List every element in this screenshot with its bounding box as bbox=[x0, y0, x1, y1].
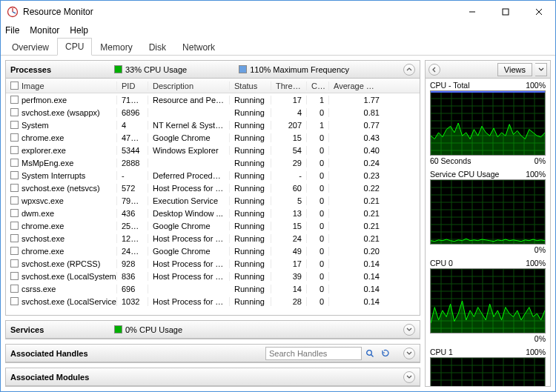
row-checkbox[interactable] bbox=[10, 272, 19, 280]
graph-title: CPU 1 bbox=[430, 348, 453, 356]
cpu-usage-swatch bbox=[114, 65, 122, 73]
table-row[interactable]: svchost.exe (RPCSS)928Host Process for W… bbox=[6, 257, 420, 270]
table-row[interactable]: explorer.exe5344Windows ExplorerRunning5… bbox=[6, 144, 420, 156]
processes-column-header[interactable]: Image PID Description Status Threads CPU… bbox=[6, 79, 420, 93]
minimize-button[interactable] bbox=[455, 1, 489, 22]
cell-pid: 24584 bbox=[117, 247, 148, 256]
cell-pid: 71112 bbox=[117, 96, 148, 104]
refresh-icon[interactable] bbox=[378, 347, 391, 360]
table-row[interactable]: dwm.exe436Desktop Window ...Running1300.… bbox=[6, 207, 420, 219]
cell-cpu: 0 bbox=[307, 272, 329, 281]
table-row[interactable]: svchost.exe (LocalSystem...836Host Proce… bbox=[6, 270, 420, 282]
processes-rows[interactable]: perfmon.exe71112Resource and Perf...Runn… bbox=[6, 93, 420, 315]
row-checkbox[interactable] bbox=[10, 222, 19, 230]
processes-panel: Processes 33% CPU Usage 110% Maximum Fre… bbox=[5, 60, 420, 316]
row-checkbox[interactable] bbox=[10, 285, 19, 293]
graph-pct: 100% bbox=[526, 259, 546, 268]
table-row[interactable]: MsMpEng.exe2888Running2900.24 bbox=[6, 156, 420, 169]
modules-title: Associated Modules bbox=[10, 373, 107, 382]
row-checkbox[interactable] bbox=[10, 259, 19, 268]
table-row[interactable]: chrome.exe47848Google ChromeRunning1500.… bbox=[6, 131, 420, 144]
row-checkbox[interactable] bbox=[10, 209, 19, 217]
tab-memory[interactable]: Memory bbox=[92, 39, 140, 56]
row-checkbox[interactable] bbox=[10, 184, 19, 192]
table-row[interactable]: csrss.exe696Running1400.14 bbox=[6, 282, 420, 295]
col-pid[interactable]: PID bbox=[117, 82, 148, 90]
table-row[interactable]: perfmon.exe71112Resource and Perf...Runn… bbox=[6, 93, 420, 106]
tab-disk[interactable]: Disk bbox=[141, 39, 174, 56]
row-checkbox[interactable] bbox=[10, 171, 19, 179]
graph-pct: 100% bbox=[526, 348, 546, 356]
table-row[interactable]: System4NT Kernel & SystemRunning20710.77 bbox=[6, 119, 420, 131]
search-icon[interactable] bbox=[363, 347, 377, 360]
maximize-button[interactable] bbox=[489, 1, 522, 22]
menu-file[interactable]: File bbox=[5, 25, 19, 36]
row-checkbox[interactable] bbox=[10, 247, 19, 255]
expand-icon[interactable] bbox=[403, 371, 415, 383]
cell-threads: 28 bbox=[271, 297, 307, 306]
table-row[interactable]: svchost.exe12044Host Process for W...Run… bbox=[6, 232, 420, 245]
table-row[interactable]: chrome.exe25080Google ChromeRunning1500.… bbox=[6, 219, 420, 232]
row-checkbox[interactable] bbox=[10, 196, 19, 205]
titlebar[interactable]: Resource Monitor bbox=[1, 1, 555, 23]
row-checkbox[interactable] bbox=[10, 146, 19, 154]
handles-header[interactable]: Associated Handles bbox=[6, 345, 420, 362]
row-checkbox[interactable] bbox=[10, 234, 19, 242]
cell-status: Running bbox=[230, 247, 271, 256]
cell-threads: 13 bbox=[271, 209, 307, 218]
row-checkbox[interactable] bbox=[10, 297, 19, 305]
cell-status: Running bbox=[230, 96, 271, 104]
svg-point-5 bbox=[367, 350, 372, 355]
tab-network[interactable]: Network bbox=[174, 39, 223, 56]
cell-threads: 17 bbox=[271, 96, 307, 104]
tab-cpu[interactable]: CPU bbox=[57, 38, 92, 56]
cell-status: Running bbox=[230, 234, 271, 243]
table-row[interactable]: System Interrupts-Deferred Procedur...Ru… bbox=[6, 169, 420, 182]
col-status[interactable]: Status bbox=[230, 82, 271, 90]
collapse-icon[interactable] bbox=[403, 64, 415, 76]
cell-cpu: 0 bbox=[307, 297, 329, 306]
collapse-sidebar-icon[interactable] bbox=[428, 64, 440, 76]
modules-header[interactable]: Associated Modules bbox=[6, 368, 420, 386]
cell-image: explorer.exe bbox=[21, 146, 66, 155]
cell-image: svchost.exe (wsappx) bbox=[21, 108, 100, 117]
row-checkbox[interactable] bbox=[10, 108, 19, 116]
cell-image: svchost.exe (RPCSS) bbox=[21, 259, 100, 268]
menu-help[interactable]: Help bbox=[70, 25, 88, 36]
processes-header[interactable]: Processes 33% CPU Usage 110% Maximum Fre… bbox=[6, 61, 420, 79]
cell-avg: 0.14 bbox=[329, 297, 384, 306]
col-desc[interactable]: Description bbox=[148, 82, 230, 90]
select-all-checkbox[interactable] bbox=[10, 82, 19, 90]
col-avg[interactable]: Average CPU bbox=[329, 82, 384, 90]
graphs-container[interactable]: CPU - Total100%60 Seconds0%Service CPU U… bbox=[426, 79, 550, 386]
cell-threads: 15 bbox=[271, 133, 307, 142]
cell-avg: 0.20 bbox=[329, 247, 384, 256]
menu-monitor[interactable]: Monitor bbox=[30, 25, 59, 36]
services-header[interactable]: Services 0% CPU Usage bbox=[6, 321, 420, 339]
table-row[interactable]: wpxsvc.exe79244Execution ServiceRunning5… bbox=[6, 194, 420, 207]
table-row[interactable]: chrome.exe24584Google ChromeRunning4900.… bbox=[6, 245, 420, 257]
expand-icon[interactable] bbox=[403, 348, 415, 359]
row-checkbox[interactable] bbox=[10, 159, 19, 167]
table-row[interactable]: svchost.exe (LocalService...1032Host Pro… bbox=[6, 295, 420, 308]
cell-avg: 0.21 bbox=[329, 234, 384, 243]
views-dropdown-icon[interactable] bbox=[535, 63, 547, 76]
cell-status: Running bbox=[230, 184, 271, 193]
tab-overview[interactable]: Overview bbox=[4, 39, 57, 56]
cell-pid: 79244 bbox=[117, 196, 148, 205]
row-checkbox[interactable] bbox=[10, 133, 19, 142]
cell-pid: - bbox=[117, 171, 148, 180]
table-row[interactable]: svchost.exe (netsvcs)572Host Process for… bbox=[6, 182, 420, 194]
search-handles-input[interactable] bbox=[265, 347, 362, 360]
table-row[interactable]: svchost.exe (wsappx)6896Running400.81 bbox=[6, 106, 420, 119]
services-cpu-text: 0% CPU Usage bbox=[125, 325, 182, 334]
cell-cpu: 0 bbox=[307, 259, 329, 268]
expand-icon[interactable] bbox=[403, 324, 415, 336]
col-threads[interactable]: Threads bbox=[271, 82, 307, 90]
row-checkbox[interactable] bbox=[10, 96, 19, 104]
cell-threads: 5 bbox=[271, 196, 307, 205]
close-button[interactable] bbox=[522, 1, 555, 22]
col-cpu[interactable]: CPU bbox=[307, 82, 329, 90]
views-button[interactable]: Views bbox=[497, 63, 532, 76]
row-checkbox[interactable] bbox=[10, 121, 19, 129]
